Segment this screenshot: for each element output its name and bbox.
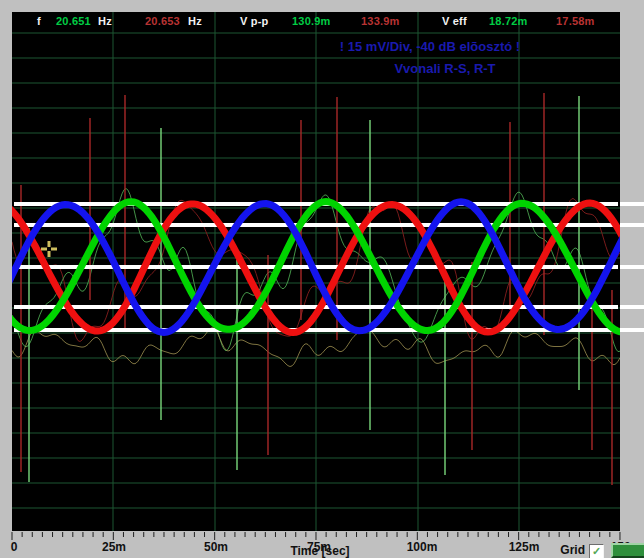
freq-label: f (37, 15, 41, 27)
grid-label: Grid (540, 543, 585, 557)
waveform-canvas[interactable] (12, 12, 620, 531)
axis-tick-label: 125m (509, 540, 540, 554)
grid-color-button[interactable] (611, 543, 644, 558)
vpp-value-ch1: 130.9m (292, 15, 331, 27)
cursor-line-stub[interactable] (620, 202, 644, 206)
freq-unit-ch2: Hz (188, 15, 202, 27)
scope-display[interactable]: f 20.651 Hz 20.653 Hz V p-p 130.9m 133.9… (12, 12, 620, 531)
veff-value-ch2: 17.58m (556, 15, 595, 27)
cursor-line-stub[interactable] (620, 305, 644, 309)
cursor-line-stub[interactable] (620, 223, 644, 227)
vpp-label: V p-p (240, 15, 269, 27)
axis-title: Time [sec] (270, 544, 370, 558)
axis-tick-label: 50m (204, 540, 228, 554)
checkmark-icon: ✓ (592, 545, 601, 557)
axis-tick-label: 25m (102, 540, 126, 554)
vpp-value-ch2: 133.9m (361, 15, 400, 27)
axis-tick-label: 0 (11, 540, 18, 554)
annotation-attenuator: ! 15 mV/Div, -40 dB elõosztó ! (340, 39, 520, 54)
grid-checkbox[interactable]: ✓ (589, 544, 604, 558)
cursor-line-stub[interactable] (620, 328, 644, 332)
freq-value-ch1: 20.651 (56, 15, 91, 27)
axis-tick-label: 100m (407, 540, 438, 554)
veff-value-ch1: 18.72m (489, 15, 528, 27)
oscilloscope-window: f 20.651 Hz 20.653 Hz V p-p 130.9m 133.9… (0, 0, 644, 558)
freq-value-ch2: 20.653 (145, 15, 180, 27)
veff-label: V eff (442, 15, 467, 27)
cursor-line-stub[interactable] (620, 265, 644, 269)
annotation-channels: Vvonali R-S, R-T (394, 61, 495, 76)
freq-unit-ch1: Hz (98, 15, 112, 27)
